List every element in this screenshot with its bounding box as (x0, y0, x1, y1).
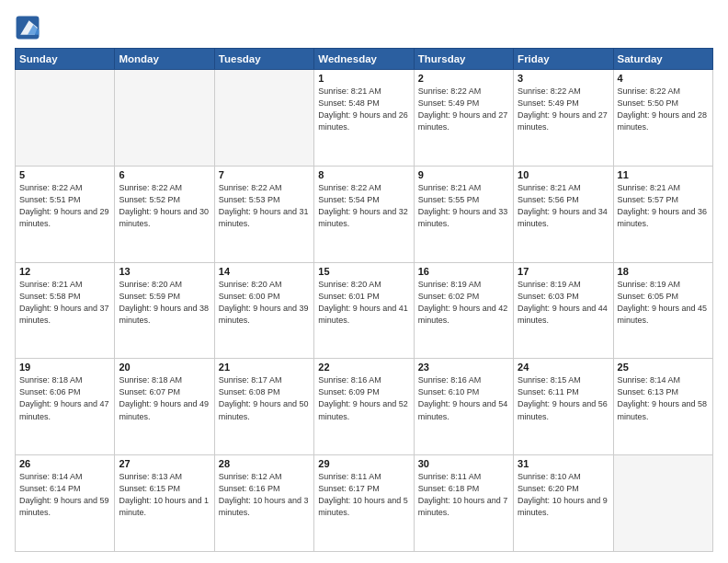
calendar-cell-8: 8Sunrise: 8:22 AMSunset: 5:54 PMDaylight… (314, 166, 414, 262)
day-number: 15 (318, 266, 409, 277)
calendar-cell-15: 15Sunrise: 8:20 AMSunset: 6:01 PMDayligh… (314, 262, 414, 359)
day-info: Sunrise: 8:13 AMSunset: 6:15 PMDaylight:… (119, 471, 210, 519)
day-info: Sunrise: 8:16 AMSunset: 6:09 PMDaylight:… (318, 374, 409, 422)
calendar-header-thursday: Thursday (414, 49, 513, 70)
calendar-cell-22: 22Sunrise: 8:16 AMSunset: 6:09 PMDayligh… (314, 359, 414, 455)
calendar-cell-12: 12Sunrise: 8:21 AMSunset: 5:58 PMDayligh… (16, 262, 115, 359)
day-info: Sunrise: 8:10 AMSunset: 6:20 PMDaylight:… (518, 471, 609, 519)
calendar-cell-11: 11Sunrise: 8:21 AMSunset: 5:57 PMDayligh… (613, 166, 712, 262)
day-number: 23 (418, 362, 509, 373)
day-number: 27 (119, 458, 210, 469)
day-number: 26 (19, 458, 110, 469)
day-info: Sunrise: 8:20 AMSunset: 6:00 PMDaylight:… (219, 279, 310, 327)
calendar-cell-5: 5Sunrise: 8:22 AMSunset: 5:51 PMDaylight… (16, 166, 115, 262)
day-info: Sunrise: 8:21 AMSunset: 5:48 PMDaylight:… (318, 86, 409, 133)
calendar-cell-4: 4Sunrise: 8:22 AMSunset: 5:50 PMDaylight… (613, 70, 712, 167)
calendar-cell-13: 13Sunrise: 8:20 AMSunset: 5:59 PMDayligh… (115, 262, 214, 359)
day-number: 18 (618, 266, 709, 277)
calendar-header-tuesday: Tuesday (214, 49, 313, 70)
day-number: 11 (618, 169, 709, 180)
day-number: 24 (518, 362, 609, 373)
calendar-cell-31: 31Sunrise: 8:10 AMSunset: 6:20 PMDayligh… (514, 455, 613, 552)
header (15, 15, 713, 40)
calendar-cell-26: 26Sunrise: 8:14 AMSunset: 6:14 PMDayligh… (16, 455, 115, 552)
calendar-cell-empty (16, 70, 115, 167)
day-info: Sunrise: 8:18 AMSunset: 6:06 PMDaylight:… (19, 374, 110, 422)
calendar-week-2: 5Sunrise: 8:22 AMSunset: 5:51 PMDaylight… (16, 166, 713, 262)
day-number: 10 (518, 169, 609, 180)
day-info: Sunrise: 8:22 AMSunset: 5:54 PMDaylight:… (318, 182, 409, 230)
calendar-cell-16: 16Sunrise: 8:19 AMSunset: 6:02 PMDayligh… (414, 262, 513, 359)
day-info: Sunrise: 8:22 AMSunset: 5:52 PMDaylight:… (119, 182, 210, 230)
day-number: 16 (418, 266, 509, 277)
calendar-week-1: 1Sunrise: 8:21 AMSunset: 5:48 PMDaylight… (16, 70, 713, 167)
logo-icon (15, 15, 40, 40)
calendar-cell-1: 1Sunrise: 8:21 AMSunset: 5:48 PMDaylight… (314, 70, 414, 167)
day-info: Sunrise: 8:22 AMSunset: 5:53 PMDaylight:… (219, 182, 310, 230)
calendar-cell-24: 24Sunrise: 8:15 AMSunset: 6:11 PMDayligh… (514, 359, 613, 455)
calendar-cell-28: 28Sunrise: 8:12 AMSunset: 6:16 PMDayligh… (214, 455, 313, 552)
day-number: 12 (19, 266, 110, 277)
day-info: Sunrise: 8:15 AMSunset: 6:11 PMDaylight:… (518, 374, 609, 422)
page: SundayMondayTuesdayWednesdayThursdayFrid… (0, 0, 728, 563)
calendar-table: SundayMondayTuesdayWednesdayThursdayFrid… (15, 48, 713, 552)
calendar-cell-29: 29Sunrise: 8:11 AMSunset: 6:17 PMDayligh… (314, 455, 414, 552)
calendar-cell-2: 2Sunrise: 8:22 AMSunset: 5:49 PMDaylight… (414, 70, 513, 167)
calendar-cell-18: 18Sunrise: 8:19 AMSunset: 6:05 PMDayligh… (613, 262, 712, 359)
calendar-week-4: 19Sunrise: 8:18 AMSunset: 6:06 PMDayligh… (16, 359, 713, 455)
calendar-cell-9: 9Sunrise: 8:21 AMSunset: 5:55 PMDaylight… (414, 166, 513, 262)
day-number: 17 (518, 266, 609, 277)
day-info: Sunrise: 8:21 AMSunset: 5:58 PMDaylight:… (19, 279, 110, 327)
day-info: Sunrise: 8:18 AMSunset: 6:07 PMDaylight:… (119, 374, 210, 422)
calendar-cell-23: 23Sunrise: 8:16 AMSunset: 6:10 PMDayligh… (414, 359, 513, 455)
calendar-cell-empty (115, 70, 214, 167)
day-info: Sunrise: 8:19 AMSunset: 6:02 PMDaylight:… (418, 279, 509, 327)
day-number: 7 (219, 169, 310, 180)
day-number: 1 (318, 73, 409, 84)
day-number: 2 (418, 73, 509, 84)
calendar-cell-empty (214, 70, 313, 167)
calendar-cell-20: 20Sunrise: 8:18 AMSunset: 6:07 PMDayligh… (115, 359, 214, 455)
calendar-header-saturday: Saturday (613, 49, 712, 70)
day-info: Sunrise: 8:11 AMSunset: 6:18 PMDaylight:… (418, 471, 509, 519)
day-number: 6 (119, 169, 210, 180)
day-info: Sunrise: 8:21 AMSunset: 5:56 PMDaylight:… (518, 182, 609, 230)
calendar-cell-empty (613, 455, 712, 552)
logo (15, 15, 44, 40)
calendar-cell-6: 6Sunrise: 8:22 AMSunset: 5:52 PMDaylight… (115, 166, 214, 262)
day-info: Sunrise: 8:16 AMSunset: 6:10 PMDaylight:… (418, 374, 509, 422)
day-info: Sunrise: 8:12 AMSunset: 6:16 PMDaylight:… (219, 471, 310, 519)
calendar-cell-30: 30Sunrise: 8:11 AMSunset: 6:18 PMDayligh… (414, 455, 513, 552)
calendar-cell-21: 21Sunrise: 8:17 AMSunset: 6:08 PMDayligh… (214, 359, 313, 455)
day-info: Sunrise: 8:19 AMSunset: 6:03 PMDaylight:… (518, 279, 609, 327)
calendar-cell-17: 17Sunrise: 8:19 AMSunset: 6:03 PMDayligh… (514, 262, 613, 359)
day-info: Sunrise: 8:21 AMSunset: 5:55 PMDaylight:… (418, 182, 509, 230)
day-info: Sunrise: 8:20 AMSunset: 5:59 PMDaylight:… (119, 279, 210, 327)
calendar-header-friday: Friday (514, 49, 613, 70)
calendar-cell-3: 3Sunrise: 8:22 AMSunset: 5:49 PMDaylight… (514, 70, 613, 167)
calendar-week-5: 26Sunrise: 8:14 AMSunset: 6:14 PMDayligh… (16, 455, 713, 552)
calendar-cell-25: 25Sunrise: 8:14 AMSunset: 6:13 PMDayligh… (613, 359, 712, 455)
day-number: 28 (219, 458, 310, 469)
day-number: 8 (318, 169, 409, 180)
day-number: 5 (19, 169, 110, 180)
day-info: Sunrise: 8:19 AMSunset: 6:05 PMDaylight:… (618, 279, 709, 327)
calendar-cell-27: 27Sunrise: 8:13 AMSunset: 6:15 PMDayligh… (115, 455, 214, 552)
day-number: 31 (518, 458, 609, 469)
day-info: Sunrise: 8:14 AMSunset: 6:14 PMDaylight:… (19, 471, 110, 519)
day-number: 13 (119, 266, 210, 277)
day-number: 21 (219, 362, 310, 373)
day-info: Sunrise: 8:17 AMSunset: 6:08 PMDaylight:… (219, 374, 310, 422)
day-info: Sunrise: 8:22 AMSunset: 5:51 PMDaylight:… (19, 182, 110, 230)
day-number: 30 (418, 458, 509, 469)
day-number: 22 (318, 362, 409, 373)
calendar-header-wednesday: Wednesday (314, 49, 414, 70)
day-number: 14 (219, 266, 310, 277)
day-number: 9 (418, 169, 509, 180)
calendar-cell-19: 19Sunrise: 8:18 AMSunset: 6:06 PMDayligh… (16, 359, 115, 455)
day-number: 19 (19, 362, 110, 373)
day-info: Sunrise: 8:22 AMSunset: 5:49 PMDaylight:… (418, 86, 509, 133)
day-info: Sunrise: 8:21 AMSunset: 5:57 PMDaylight:… (618, 182, 709, 230)
day-info: Sunrise: 8:20 AMSunset: 6:01 PMDaylight:… (318, 279, 409, 327)
day-number: 29 (318, 458, 409, 469)
